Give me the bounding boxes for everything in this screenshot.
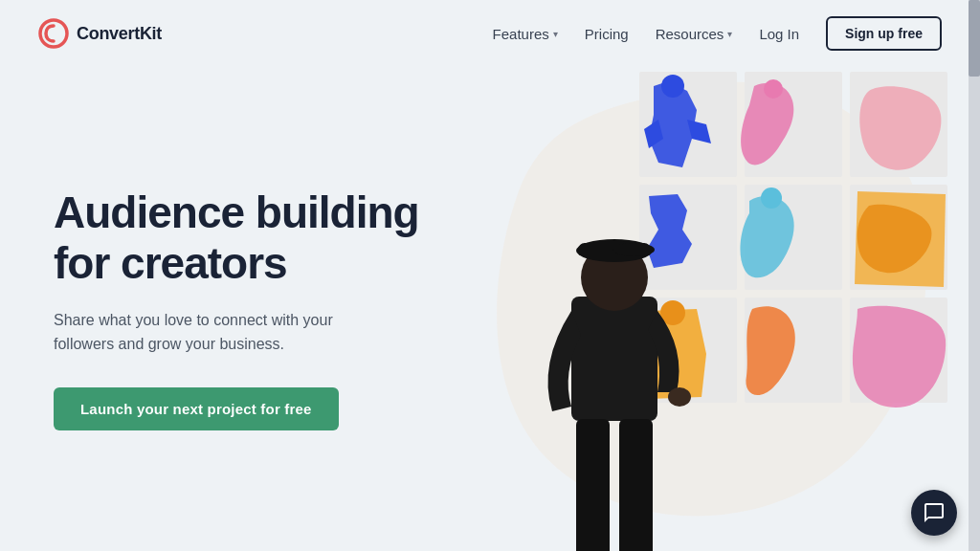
chat-bubble-button[interactable] [911,490,957,536]
nav-login[interactable]: Log In [759,26,799,42]
features-chevron-icon: ▾ [553,29,558,39]
svg-point-0 [40,20,67,47]
scrollbar[interactable] [969,0,980,551]
svg-rect-20 [576,419,610,551]
cta-button[interactable]: Launch your next project for free [54,387,339,430]
svg-point-12 [761,187,782,209]
svg-point-10 [661,75,684,98]
resources-chevron-icon: ▾ [727,29,732,39]
svg-point-11 [764,79,783,99]
svg-rect-14 [571,297,657,421]
svg-rect-21 [619,419,653,551]
hero-right [433,67,969,551]
nav-links: Features ▾ Pricing Resources ▾ Log In Si… [493,16,942,51]
hero-heading: Audience building for creators [54,187,459,289]
scrollbar-thumb[interactable] [969,0,980,77]
svg-point-19 [668,387,691,407]
nav-resources[interactable]: Resources ▾ [656,26,733,42]
brand-name: ConvertKit [77,24,162,44]
chat-icon [923,501,946,524]
hero-section: Audience building for creators Share wha… [0,67,980,551]
hero-subtext: Share what you love to connect with your… [54,308,379,357]
hero-left: Audience building for creators Share wha… [0,187,459,430]
person-silhouette [509,201,720,551]
convertkit-logo-icon [38,18,69,49]
svg-point-18 [612,243,655,256]
navbar: ConvertKit Features ▾ Pricing Resources … [0,0,980,67]
nav-features[interactable]: Features ▾ [493,26,558,42]
nav-signup-button[interactable]: Sign up free [826,16,942,51]
logo[interactable]: ConvertKit [38,18,162,49]
nav-pricing[interactable]: Pricing [585,26,629,42]
